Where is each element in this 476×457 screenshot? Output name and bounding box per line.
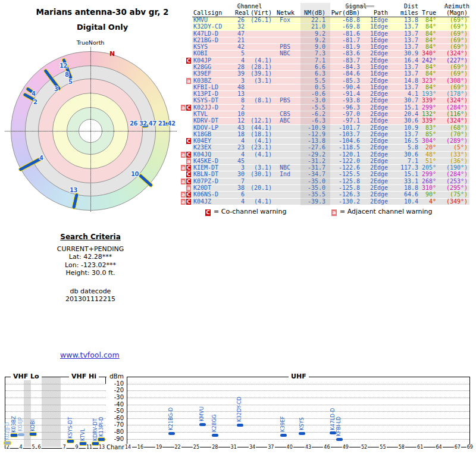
- path-cell: 2Edge: [360, 152, 391, 158]
- vhf-lo-label: VHF Lo: [11, 373, 42, 380]
- db-datecode: db datecode 201301112215: [19, 287, 162, 303]
- network-cell: [272, 31, 291, 37]
- channel-tick-label: 25: [193, 445, 200, 450]
- magnetic-azimuth-cell: (69°): [436, 71, 469, 77]
- true-azimuth-cell: 20°: [418, 145, 436, 151]
- station-marker: [18, 433, 24, 436]
- path-cell: 2Edge: [360, 91, 391, 97]
- magnetic-azimuth-cell: (284°): [436, 105, 469, 111]
- gridline: [127, 397, 469, 398]
- virtual-channel-cell: (39.1): [245, 71, 272, 77]
- magnetic-azimuth-cell: (324°): [436, 98, 469, 104]
- power-cell: -130.2: [325, 199, 360, 205]
- distance-cell: 30.6: [391, 118, 418, 124]
- network-cell: PBS: [272, 98, 291, 104]
- noise-margin-cell: -35.0: [291, 179, 325, 184]
- magnetic-azimuth-cell: (69°): [436, 17, 469, 23]
- distance-cell: 10.9: [391, 125, 418, 131]
- path-cell: 1Edge: [360, 24, 391, 30]
- warning-badges: a: [180, 78, 191, 84]
- virtual-channel-cell: [245, 37, 272, 43]
- network-cell: [272, 158, 291, 164]
- virtual-channel-cell: [245, 179, 272, 184]
- true-north-label: TrueNorth: [13, 39, 168, 46]
- distance-cell: 117.3: [391, 165, 418, 171]
- dbm-tick-label: -50: [107, 408, 124, 414]
- co-channel-warning-icon: C: [186, 165, 191, 171]
- callsign-cell: K02JJ-D: [192, 105, 235, 111]
- channel-tick-label: 43: [305, 445, 312, 450]
- callsign-cell: KOBI: [192, 51, 235, 57]
- magnetic-azimuth-cell: (69°): [436, 37, 469, 43]
- criteria-line: Lat: 42.28***: [19, 253, 162, 261]
- real-channel-cell: 23: [235, 145, 245, 151]
- gridline: [127, 390, 469, 391]
- table-row: K39EF39(39.1)6.3-84.61Edge13.784°(69°): [192, 71, 469, 77]
- true-azimuth-cell: 339°: [418, 98, 436, 104]
- magnetic-azimuth-cell: (324°): [436, 118, 469, 124]
- dbm-axis-label: dBm: [107, 373, 124, 380]
- power-cell: -81.9: [325, 44, 360, 50]
- db-datecode-value: 201301112215: [19, 295, 162, 303]
- power-cell: -103.7: [325, 132, 360, 137]
- path-cell: 1Edge: [360, 37, 391, 43]
- true-azimuth-cell: 205°: [418, 165, 436, 171]
- station-marker: [10, 433, 18, 437]
- adjacent-channel-warning-icon: a: [186, 78, 191, 84]
- tvfool-report: Marians antenna-30 abv gr, 2 Digital Onl…: [0, 0, 476, 457]
- radar-crosshair-horizontal: [5, 131, 177, 132]
- path-cell: 2Edge: [360, 192, 391, 198]
- adjacent-channel-legend: a= Adjacent channel warning: [331, 208, 433, 216]
- callsign-cell: KBLN-DT: [192, 171, 235, 177]
- search-criteria-lines: CURRENT+PENDINGLat: 42.28***Lon: -123.02…: [19, 245, 162, 277]
- virtual-channel-cell: (18.1): [245, 132, 272, 137]
- callsign-cell: K04JQ: [192, 152, 235, 158]
- noise-margin-cell: -3.0: [291, 98, 325, 104]
- network-cell: [272, 24, 291, 30]
- noise-margin-cell: 9.0: [291, 44, 325, 50]
- magnetic-azimuth-cell: (36°): [436, 158, 469, 164]
- channel-tick-label: 40: [286, 445, 293, 450]
- real-channel-cell: 18: [235, 132, 245, 137]
- magnetic-azimuth-cell: (69°): [436, 44, 469, 50]
- network-cell: [272, 185, 291, 191]
- tvfool-link[interactable]: www.tvfool.com: [60, 350, 120, 359]
- real-channel-cell: 10: [235, 111, 245, 117]
- real-channel-cell: 47: [235, 31, 245, 37]
- power-cell: -125.5: [325, 171, 360, 177]
- distance-cell: 64.6: [391, 192, 418, 198]
- criteria-line: Lon: -123.02***: [19, 261, 162, 269]
- real-channel-cell: 4: [235, 58, 245, 64]
- true-azimuth-cell: 299°: [418, 105, 436, 111]
- dbm-tick-label: -60: [107, 415, 124, 421]
- real-channel-cell: 3: [235, 165, 245, 171]
- real-channel-cell: 3: [235, 78, 245, 84]
- power-cell: -68.8: [325, 17, 360, 23]
- true-azimuth-cell: 132°: [418, 111, 436, 117]
- station-label: KDRV-DT: [93, 417, 98, 441]
- criteria-line: Height: 30.0 ft.: [19, 269, 162, 277]
- station-table: ═══Channel═══ ════════Signal════════ Dis…: [192, 3, 469, 205]
- magnetic-azimuth-cell: (75°): [436, 192, 469, 198]
- true-azimuth-cell: 84°: [418, 31, 436, 37]
- co-channel-warning-icon: C: [186, 199, 191, 205]
- virtual-channel-cell: [245, 44, 272, 50]
- power-cell: -122.0: [325, 158, 360, 164]
- true-azimuth-cell: 193°: [418, 91, 436, 97]
- station-label: K28GG: [212, 414, 217, 432]
- distance-cell: 30.6: [391, 152, 418, 158]
- virtual-channel-cell: (30.1): [245, 171, 272, 177]
- path-cell: 2Edge: [360, 111, 391, 117]
- column-header: Path: [360, 10, 391, 17]
- path-cell: 2Edge: [360, 51, 391, 57]
- dbm-tick-label: -90: [107, 436, 124, 442]
- true-azimuth-cell: 83°: [418, 125, 436, 131]
- radar-channel-label: 13: [70, 187, 77, 193]
- radar-channel-label: 26 32 47 21 42: [130, 120, 176, 127]
- channel-tick-label: 34: [249, 445, 256, 450]
- channel-tick-label: 2: [5, 445, 10, 450]
- db-datecode-label: db datecode: [19, 287, 162, 295]
- true-azimuth-cell: 85°: [418, 132, 436, 137]
- true-azimuth-cell: 48°: [418, 152, 436, 158]
- network-cell: [272, 199, 291, 205]
